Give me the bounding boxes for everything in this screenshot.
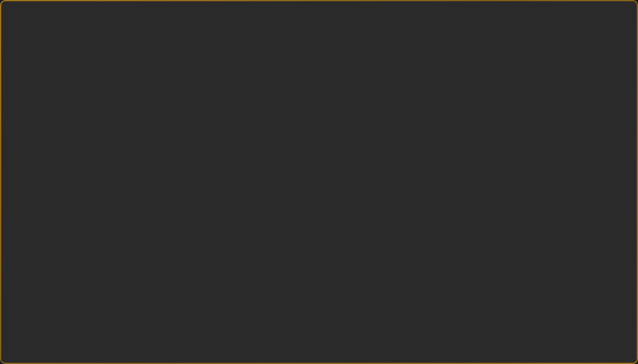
svg-rect-2: [584, 12, 590, 13]
svg-rect-0: [584, 8, 590, 9]
play-icon-bottom: [12, 349, 19, 356]
playlist-subheader: + −: [383, 37, 638, 54]
info-button[interactable]: ℹ: [522, 4, 534, 17]
minimize-button[interactable]: [15, 8, 20, 13]
repeat-button[interactable]: [620, 4, 632, 17]
playlist-item-more-button[interactable]: ···: [621, 59, 631, 70]
maximize-button[interactable]: [24, 8, 29, 13]
playlist-item-untitled[interactable]: Untitled ···: [383, 54, 638, 75]
volume-icon: 🔊: [553, 6, 562, 15]
no-item-label: No item: [383, 75, 638, 92]
svg-marker-6: [14, 350, 18, 354]
remove-playlist-item-button[interactable]: −: [414, 40, 424, 51]
shuffle-icon: [608, 7, 615, 14]
playlist-icon: [583, 7, 591, 14]
volume-slider[interactable]: [591, 352, 630, 354]
traffic-lights: [7, 8, 29, 13]
bottom-controls: 🔊: [0, 340, 638, 364]
app-icon-bg: [281, 159, 359, 226]
playlist-panel-header: Playlist: [383, 20, 638, 37]
playlist-search-button[interactable]: [388, 39, 399, 52]
screen-button[interactable]: ⬛: [537, 4, 549, 17]
info-icon: ℹ: [527, 6, 530, 15]
repeat-icon: [622, 7, 630, 14]
app-window: Movist Pro ℹ ⬛ 🔊 ▦: [0, 0, 638, 364]
play-pause-button[interactable]: [8, 344, 24, 360]
app-icon: [280, 159, 358, 225]
aspect-icon: ▦: [569, 6, 576, 15]
progress-bar[interactable]: [0, 362, 638, 364]
svg-point-4: [391, 42, 395, 46]
volume-knob[interactable]: [624, 350, 631, 356]
aspect-button[interactable]: ▦: [566, 4, 578, 17]
shuffle-button[interactable]: [605, 4, 618, 17]
search-icon: [390, 41, 397, 49]
volume-control: 🔊: [580, 349, 630, 357]
playlist-item-name: Untitled: [390, 61, 621, 68]
app-title: Movist Pro: [305, 7, 333, 13]
volume-button[interactable]: 🔊: [551, 4, 564, 17]
volume-fill: [591, 352, 624, 354]
playlist-actions: + −: [403, 40, 423, 51]
title-bar: Movist Pro ℹ ⬛ 🔊 ▦: [0, 0, 638, 20]
svg-line-5: [395, 46, 397, 48]
play-icon: [304, 177, 334, 208]
playlist-title: Playlist: [500, 25, 521, 32]
svg-marker-3: [311, 182, 329, 202]
more-icon: ···: [623, 61, 628, 68]
playlist-button[interactable]: [581, 4, 593, 17]
add-playlist-item-button[interactable]: +: [403, 40, 413, 51]
volume-icon-bottom: 🔊: [580, 349, 588, 357]
toolbar-right: ℹ ⬛ 🔊 ▦: [522, 0, 638, 20]
close-button[interactable]: [7, 8, 12, 13]
screen-icon: ⬛: [538, 6, 547, 15]
svg-rect-1: [584, 10, 590, 11]
playlist-panel: Playlist + − Untitled ··· No item: [383, 20, 638, 92]
